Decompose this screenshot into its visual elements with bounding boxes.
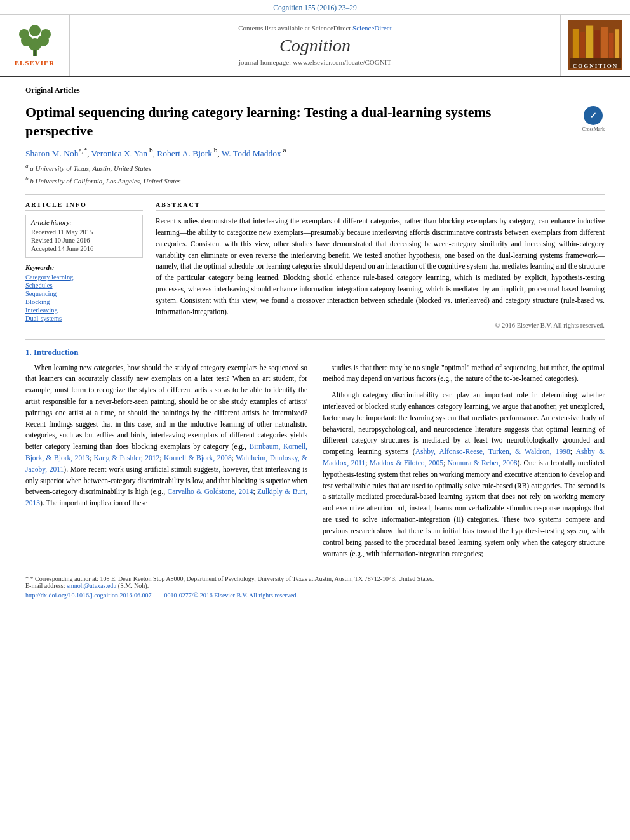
crossmark-badge: ✓ CrossMark	[582, 106, 605, 132]
section-divider	[25, 339, 605, 340]
intro-para-2: studies is that there may be no single "…	[323, 363, 605, 385]
revised-date: Revised 10 June 2016	[31, 237, 137, 244]
title-row: Optimal sequencing during category learn…	[25, 103, 605, 140]
cognition-cover-image: COGNITION	[568, 20, 622, 70]
keyword-2[interactable]: Schedules	[25, 282, 143, 289]
elsevier-brand-text: ELSEVIER	[15, 59, 55, 67]
svg-point-4	[19, 29, 29, 39]
author-maddox[interactable]: W. Todd Maddox	[222, 149, 281, 158]
email-link[interactable]: smnoh@utexas.edu	[67, 582, 116, 589]
cognition-cover-svg	[568, 20, 622, 68]
body-columns: When learning new categories, how should…	[25, 363, 605, 565]
elsevier-tree-icon	[13, 24, 57, 57]
email-owner: (S.M. Noh).	[118, 582, 149, 589]
accepted-date: Accepted 14 June 2016	[31, 245, 137, 252]
doi-link[interactable]: http://dx.doi.org/10.1016/j.cognition.20…	[25, 592, 151, 599]
cognition-logo-box: COGNITION	[560, 15, 630, 76]
issn-text: 0010-0277/© 2016 Elsevier B.V. All right…	[164, 592, 297, 599]
received-date: Received 11 May 2015	[31, 229, 137, 236]
abstract-col: ABSTRACT Recent studies demonstrate that…	[156, 201, 605, 328]
affiliation-a: a a University of Texas, Austin, United …	[25, 161, 605, 174]
ref-kornell[interactable]: Kornell & Bjork, 2008	[164, 454, 232, 462]
ref-maddox[interactable]: Maddox & Filoteo, 2005	[370, 459, 443, 467]
sciencedirect-line: Contents lists available at ScienceDirec…	[238, 24, 392, 32]
body-col-left: When learning new categories, how should…	[25, 363, 307, 565]
crossmark-label: CrossMark	[582, 126, 605, 132]
svg-rect-15	[615, 29, 619, 59]
svg-rect-14	[609, 33, 614, 59]
copyright-line: © 2016 Elsevier B.V. All rights reserved…	[156, 322, 605, 329]
keyword-3[interactable]: Sequencing	[25, 290, 143, 297]
ref-ashby1998[interactable]: Ashby, Alfonso-Reese, Turken, & Waldron,…	[415, 448, 570, 455]
history-label: Article history:	[31, 219, 137, 226]
abstract-title: ABSTRACT	[156, 201, 605, 211]
email-label: E-mail address:	[25, 582, 65, 589]
footer-links: http://dx.doi.org/10.1016/j.cognition.20…	[25, 592, 605, 599]
crossmark-icon: ✓	[584, 106, 603, 125]
introduction-section: 1. Introduction When learning new catego…	[25, 347, 605, 565]
ref-kang[interactable]: Kang & Pashler, 2012	[93, 454, 159, 462]
intro-para-3: Although category discriminability can p…	[323, 390, 605, 559]
journal-header: ELSEVIER Contents lists available at Sci…	[0, 15, 630, 77]
footnote-area: * * Corresponding author at: 108 E. Dean…	[25, 571, 605, 589]
journal-title-area: Contents lists available at ScienceDirec…	[70, 15, 560, 76]
svg-point-5	[41, 29, 51, 39]
email-line: E-mail address: smnoh@utexas.edu (S.M. N…	[25, 582, 605, 589]
keywords-box: Keywords: Category learning Schedules Se…	[25, 264, 143, 322]
body-col-right: studies is that there may be no single "…	[323, 363, 605, 565]
ref-zulkiply[interactable]: Zulkiply & Burt, 2013	[25, 488, 307, 507]
main-content: Original Articles Optimal sequencing dur…	[0, 77, 630, 599]
author-yan[interactable]: Veronica X. Yan	[91, 149, 148, 158]
sciencedirect-link[interactable]: ScienceDirect	[352, 24, 392, 32]
journal-name: Cognition	[279, 36, 351, 56]
keyword-6[interactable]: Dual-systems	[25, 315, 143, 322]
author-noh[interactable]: Sharon M. Noh	[25, 149, 79, 158]
elsevier-logo: ELSEVIER	[0, 15, 70, 76]
affiliation-b: b b University of California, Los Angele…	[25, 174, 605, 187]
svg-rect-9	[573, 29, 579, 59]
history-box: Article history: Received 11 May 2015 Re…	[25, 215, 143, 258]
keywords-label: Keywords:	[25, 264, 143, 271]
intro-para-1: When learning new categories, how should…	[25, 363, 307, 510]
svg-point-6	[29, 25, 41, 36]
article-info-title: ARTICLE INFO	[25, 201, 143, 211]
section-heading: 1. Introduction	[25, 347, 605, 357]
svg-rect-12	[594, 30, 600, 59]
info-abstract-row: ARTICLE INFO Article history: Received 1…	[25, 194, 605, 328]
abstract-text: Recent studies demonstrate that interlea…	[156, 216, 605, 317]
keyword-5[interactable]: Interleaving	[25, 307, 143, 314]
article-type: Original Articles	[25, 86, 605, 98]
citation-text: Cognition 155 (2016) 23–29	[273, 4, 356, 11]
citation-bar: Cognition 155 (2016) 23–29	[0, 0, 630, 15]
svg-rect-10	[580, 32, 585, 59]
affiliations: a a University of Texas, Austin, United …	[25, 161, 605, 187]
article-info-col: ARTICLE INFO Article history: Received 1…	[25, 201, 143, 328]
keyword-4[interactable]: Blocking	[25, 298, 143, 305]
keyword-1[interactable]: Category learning	[25, 274, 143, 281]
footnote-text: * * Corresponding author at: 108 E. Dean…	[25, 575, 605, 582]
svg-rect-13	[601, 27, 608, 58]
authors-line: Sharon M. Noha,*, Veronica X. Yan b, Rob…	[25, 146, 605, 159]
article-title: Optimal sequencing during category learn…	[25, 103, 546, 140]
ref-nomura[interactable]: Nomura & Reber, 2008	[448, 459, 518, 467]
journal-homepage: journal homepage: www.elsevier.com/locat…	[239, 58, 391, 66]
ref-carvalho[interactable]: Carvalho & Goldstone, 2014	[168, 488, 253, 495]
cognition-logo-text: COGNITION	[568, 63, 622, 69]
author-bjork[interactable]: Robert A. Bjork	[157, 149, 212, 158]
svg-rect-11	[586, 26, 593, 59]
